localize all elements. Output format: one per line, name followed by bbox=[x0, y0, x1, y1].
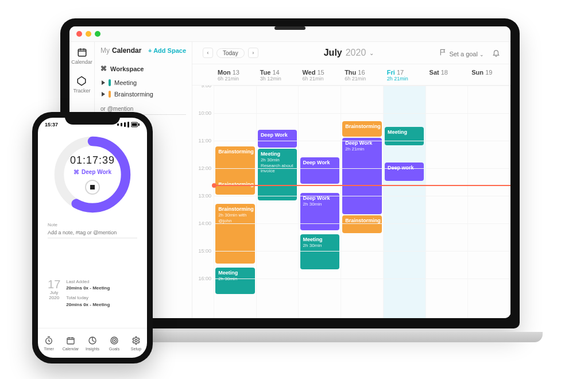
hour-label: 16:00 bbox=[192, 276, 214, 303]
tab-setup[interactable]: Setup bbox=[125, 328, 147, 358]
color-chip bbox=[109, 79, 111, 86]
calendar-event[interactable]: Brainstorming bbox=[215, 146, 254, 184]
calendar-event[interactable]: Deep Work2h 21min bbox=[342, 138, 381, 214]
tab-label: Insights bbox=[86, 347, 99, 351]
calendar-event[interactable]: Meeting2h 30min Research about invoice bbox=[258, 149, 297, 200]
svg-point-12 bbox=[114, 340, 114, 341]
sidebar-workspace-label: Workspace bbox=[110, 65, 144, 72]
insights-icon bbox=[88, 336, 97, 346]
day-label: Sun 19 bbox=[471, 69, 507, 76]
next-week-button[interactable]: › bbox=[248, 48, 258, 58]
calendar-event[interactable]: Meeting bbox=[385, 127, 424, 145]
day-column[interactable] bbox=[468, 86, 510, 318]
day-header[interactable]: Mon 136h 21min bbox=[214, 64, 257, 85]
topbar-actions: Set a goal ⌄ bbox=[439, 48, 500, 57]
minimize-window-icon[interactable] bbox=[86, 31, 91, 37]
tab-insights[interactable]: Insights bbox=[82, 328, 103, 358]
day-column[interactable]: BrainstormingBrainstormingBrainstorming2… bbox=[214, 86, 257, 318]
calendar-event[interactable]: Meeting2h 30min bbox=[300, 234, 339, 269]
sidebar-title-pre: My bbox=[100, 47, 110, 55]
close-window-icon[interactable] bbox=[76, 31, 82, 37]
date-nav: ‹ Today › bbox=[203, 48, 258, 58]
goals-icon bbox=[110, 336, 119, 346]
set-goal-button[interactable]: Set a goal ⌄ bbox=[439, 48, 484, 57]
calendar-event[interactable]: Deep Work bbox=[300, 157, 339, 184]
setup-icon bbox=[131, 336, 141, 346]
battery-icon bbox=[131, 122, 140, 127]
calendar-event[interactable]: Deep Work bbox=[258, 130, 297, 148]
sidebar-workspace-header[interactable]: ⌘ Workspace bbox=[100, 61, 186, 74]
signal-bar-icon bbox=[124, 122, 126, 127]
maximize-window-icon[interactable] bbox=[95, 31, 100, 37]
day-subtotal: 6h 21min bbox=[345, 76, 380, 82]
status-indicators bbox=[117, 122, 140, 127]
day-subtotal: 6h 21min bbox=[302, 76, 338, 82]
date-year: 2020 bbox=[48, 295, 60, 300]
note-input[interactable] bbox=[48, 227, 137, 238]
event-title: Deep Work bbox=[303, 160, 336, 166]
rail-item-calendar[interactable]: Calendar bbox=[71, 47, 92, 65]
tab-goals[interactable]: Goals bbox=[103, 328, 125, 358]
day-label: Wed 15 bbox=[302, 69, 338, 76]
stop-button[interactable] bbox=[85, 180, 100, 195]
calendar-event[interactable]: Meeting2h 30min bbox=[215, 268, 254, 294]
now-indicator bbox=[214, 185, 510, 186]
today-button[interactable]: Today bbox=[216, 48, 245, 58]
day-subtotal: 6h 21min bbox=[218, 76, 253, 82]
chevron-down-icon: ⌄ bbox=[479, 52, 484, 57]
calendar-event[interactable]: Brainstorming bbox=[342, 121, 381, 137]
signal-bar-icon bbox=[117, 123, 119, 126]
day-header[interactable]: Sat 18 bbox=[426, 64, 469, 85]
calendar-event[interactable]: Brainstorming bbox=[215, 179, 254, 195]
prev-week-button[interactable]: ‹ bbox=[203, 48, 213, 58]
hour-label: 13:00 bbox=[192, 193, 214, 221]
event-title: Brainstorming bbox=[218, 149, 252, 155]
hour-label: 12:00 bbox=[192, 165, 214, 193]
note-heading: Note bbox=[48, 222, 137, 227]
timer-task[interactable]: ⌘ Deep Work bbox=[74, 169, 111, 175]
phone-screen: 15:37 01:17:39 ⌘ Deep Work bbox=[38, 118, 147, 358]
sidebar-item[interactable]: Meeting bbox=[100, 77, 186, 88]
day-header[interactable]: Thu 166h 21min bbox=[341, 64, 384, 85]
day-column[interactable]: MeetingDeep work bbox=[384, 86, 426, 318]
signal-bar-icon bbox=[127, 122, 129, 127]
bell-icon[interactable] bbox=[492, 49, 500, 57]
hour-line bbox=[214, 196, 510, 196]
flag-icon bbox=[439, 48, 447, 56]
month-picker-button[interactable]: ⌄ bbox=[369, 50, 374, 56]
day-header[interactable]: Tue 143h 12min bbox=[257, 64, 299, 85]
calendar-event[interactable]: Deep Work2h 30min bbox=[300, 193, 339, 230]
sidebar-item[interactable]: Brainstorming bbox=[100, 88, 186, 100]
event-title: Deep Work bbox=[261, 132, 294, 138]
tab-label: Calendar bbox=[63, 347, 79, 351]
tab-label: Timer bbox=[44, 347, 54, 351]
tab-timer[interactable]: Timer bbox=[38, 328, 60, 358]
day-column[interactable]: BrainstormingDeep Work2h 21minBrainstorm… bbox=[341, 86, 384, 318]
day-header[interactable]: Wed 156h 21min bbox=[299, 64, 341, 85]
day-subtotal: 2h 21min bbox=[387, 76, 423, 82]
day-column[interactable]: Deep WorkDeep Work2h 30minMeeting2h 30mi… bbox=[299, 86, 341, 318]
status-time: 15:37 bbox=[45, 122, 58, 127]
rail-item-tracker[interactable]: Tracker bbox=[73, 75, 90, 94]
last-added-value: 20mins 0x - Meeting bbox=[66, 285, 110, 291]
calendar-event[interactable]: Deep work bbox=[385, 163, 424, 181]
days-header: Mon 136h 21minTue 143h 12minWed 156h 21m… bbox=[192, 64, 510, 86]
calendar-event[interactable]: Brainstorming2h 30min with @john bbox=[215, 204, 254, 264]
event-subtitle: 2h 30min bbox=[303, 243, 336, 249]
play-icon bbox=[102, 80, 105, 85]
day-column[interactable]: Deep WorkMeeting2h 30min Research about … bbox=[257, 86, 299, 318]
event-title: Meeting bbox=[303, 237, 336, 243]
hour-label: 14:00 bbox=[192, 221, 214, 248]
calendar-event[interactable]: Brainstorming bbox=[342, 215, 381, 234]
event-subtitle: 2h 30min with @john bbox=[218, 212, 252, 223]
add-space-button[interactable]: + Add Space bbox=[148, 47, 186, 54]
event-title: Brainstorming bbox=[345, 123, 378, 130]
phone-device: 15:37 01:17:39 ⌘ Deep Work bbox=[32, 112, 153, 363]
day-header[interactable]: Sun 19 bbox=[468, 64, 510, 85]
day-header[interactable]: Fri 172h 21min bbox=[384, 64, 426, 85]
day-column[interactable] bbox=[426, 86, 469, 318]
calendar-grid[interactable]: 9:0010:0011:0012:0013:0014:0015:0016:00 … bbox=[192, 86, 510, 318]
task-icon: ⌘ bbox=[74, 169, 79, 175]
tab-calendar[interactable]: Calendar bbox=[60, 328, 82, 358]
calendar-icon bbox=[76, 47, 88, 58]
